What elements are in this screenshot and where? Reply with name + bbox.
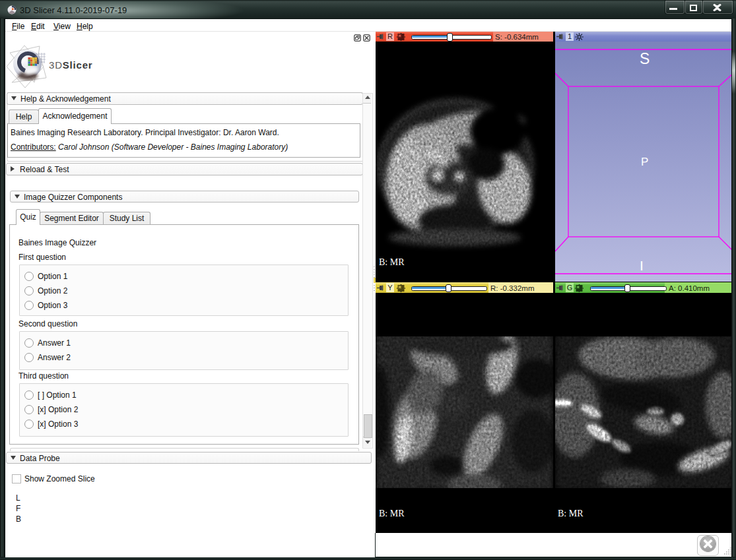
svg-text:I: I — [640, 258, 644, 273]
svg-text:B: MR: B: MR — [379, 509, 405, 518]
svg-text:S: S — [640, 50, 650, 67]
svg-text:B: MR: B: MR — [558, 509, 584, 518]
svg-text:B: MR: B: MR — [379, 257, 405, 267]
svg-text:P: P — [641, 156, 648, 168]
